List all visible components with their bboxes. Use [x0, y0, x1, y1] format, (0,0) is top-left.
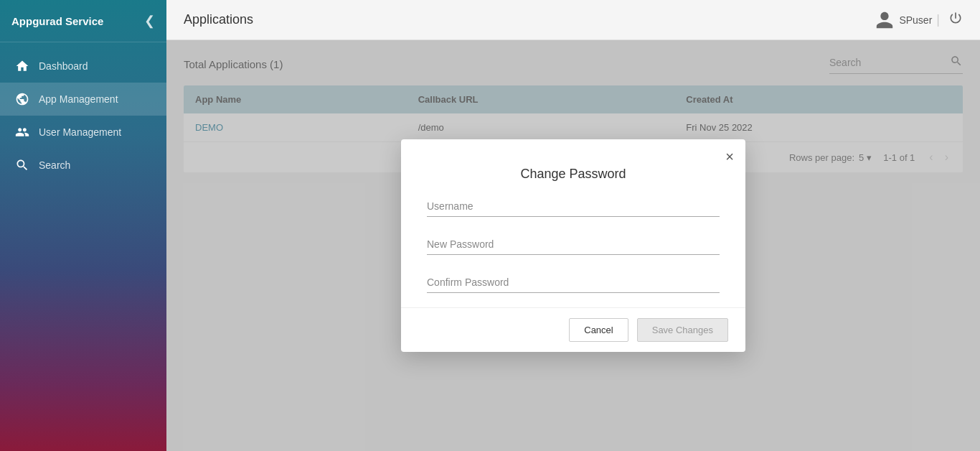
content-area: Total Applications (1) App Name Callback…	[166, 40, 980, 451]
sidebar-item-label: Dashboard	[39, 60, 88, 72]
sidebar-nav: Dashboard App Management User Management	[0, 42, 166, 189]
topbar: Applications SPuser |	[166, 0, 980, 40]
user-info: SPuser |	[875, 10, 940, 30]
confirm-password-field	[427, 272, 720, 293]
home-icon	[14, 58, 30, 74]
sidebar-item-user-management[interactable]: User Management	[0, 116, 166, 149]
users-icon	[14, 124, 30, 140]
modal-footer: Cancel Save Changes	[401, 307, 745, 352]
username-input[interactable]	[427, 196, 720, 217]
topbar-right: SPuser |	[875, 10, 963, 30]
cancel-button[interactable]: Cancel	[569, 318, 628, 342]
sidebar-collapse-button[interactable]: ❮	[144, 13, 155, 29]
username-label: SPuser	[899, 14, 932, 26]
confirm-password-input[interactable]	[427, 272, 720, 293]
page-title: Applications	[184, 12, 253, 27]
sidebar-item-label: App Management	[39, 93, 118, 105]
search-icon	[14, 157, 30, 173]
modal-overlay: × Change Password Cancel Save C	[166, 40, 980, 451]
modal-header: ×	[401, 139, 745, 164]
new-password-field	[427, 234, 720, 255]
power-button[interactable]	[948, 11, 963, 29]
sidebar: Appgurad Service ❮ Dashboard App Managem…	[0, 0, 166, 451]
sidebar-item-app-management[interactable]: App Management	[0, 83, 166, 116]
sidebar-header: Appgurad Service ❮	[0, 0, 166, 42]
sidebar-item-label: Search	[39, 159, 70, 171]
main-area: Applications SPuser | Total Applications…	[166, 0, 980, 451]
sidebar-item-search[interactable]: Search	[0, 149, 166, 182]
new-password-input[interactable]	[427, 234, 720, 255]
change-password-modal: × Change Password Cancel Save C	[401, 139, 745, 352]
sidebar-item-label: User Management	[39, 126, 121, 138]
apps-icon	[14, 91, 30, 107]
username-field	[427, 196, 720, 217]
modal-body	[401, 196, 745, 307]
modal-close-button[interactable]: ×	[725, 149, 734, 164]
user-avatar-icon	[875, 10, 895, 30]
sidebar-title: Appgurad Service	[11, 15, 103, 27]
topbar-divider: |	[936, 12, 940, 27]
modal-title: Change Password	[401, 164, 745, 196]
save-changes-button[interactable]: Save Changes	[637, 318, 728, 342]
sidebar-item-dashboard[interactable]: Dashboard	[0, 50, 166, 83]
